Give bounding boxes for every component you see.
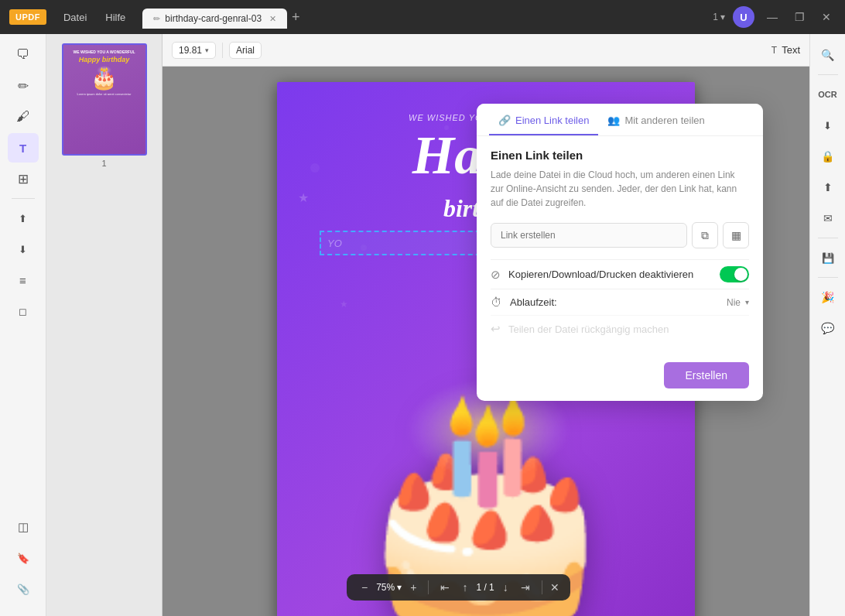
canvas-area[interactable]: ★ ★ ★ ★ WE WISHED YOU A WONDERFUL Happy … [162, 67, 809, 616]
share-description: Lade deine Datei in die Cloud hoch, um a… [491, 168, 749, 210]
ablauf-icon: ⏱ [491, 296, 502, 309]
ablauf-arrow: ▾ [745, 298, 749, 306]
thumb-cake-icon: 🎂 [91, 65, 118, 91]
lock-icon[interactable]: 🔒 [812, 142, 843, 171]
right-divider-2 [818, 238, 838, 238]
sidebar-item-text-edit[interactable]: T [8, 133, 39, 163]
link-input-field[interactable] [491, 223, 687, 248]
copy-disable-label: Kopieren/Download/Drucken deaktivieren [508, 269, 720, 280]
prev-page-button[interactable]: ↑ [458, 579, 471, 596]
minimize-button[interactable]: — [762, 11, 782, 23]
erstellen-button[interactable]: Erstellen [664, 362, 749, 388]
sidebar-item-page[interactable]: ⊞ [8, 164, 39, 193]
right-sidebar: 🔍 OCR ⬇ 🔒 ⬆ ✉ 💾 🎉 💬 [809, 34, 845, 616]
active-tab[interactable]: ✏ birthday-card-genral-03 ✕ [142, 9, 287, 29]
revoke-icon: ↩ [491, 322, 501, 336]
text-icon: T [771, 45, 777, 56]
first-page-button[interactable]: ⇤ [436, 579, 453, 596]
confetti-icon[interactable]: 🎉 [812, 282, 843, 312]
topbar-right: 1 ▾ U — ❐ ✕ [713, 6, 845, 28]
ablauf-value: Nie [727, 297, 741, 308]
right-divider-1 [818, 74, 838, 75]
sidebar-item-arrange[interactable]: ≡ [8, 265, 39, 295]
next-page-button[interactable]: ↓ [499, 579, 512, 596]
thumbnail-panel: WE WISHED YOU A WONDERFUL Happy birthday… [46, 34, 162, 616]
updf-logo[interactable]: UPDF [9, 9, 46, 25]
sidebar-item-edit[interactable]: ✏ [8, 71, 39, 101]
link-tab-label: Einen Link teilen [515, 115, 589, 126]
tab-close-button[interactable]: ✕ [269, 14, 276, 24]
chat-icon[interactable]: 💬 [812, 313, 843, 343]
sidebar-item-comment[interactable]: 🗨 [8, 40, 39, 70]
page-indicator: 1 / 1 [476, 582, 494, 593]
zoom-in-button[interactable]: + [406, 579, 420, 596]
page-current: 1 [476, 582, 481, 593]
share-body: Einen Link teilen Lade deine Datei in di… [477, 136, 763, 354]
new-tab-button[interactable]: + [292, 10, 300, 24]
ablauf-value-area[interactable]: Nie ▾ [727, 297, 749, 308]
link-input-row: ⧉ ▦ [491, 222, 749, 248]
secondary-toolbar: 19.81 ▾ Arial T Text [162, 34, 809, 67]
tab-link-teilen[interactable]: 🔗 Einen Link teilen [489, 104, 598, 135]
others-tab-icon: 👥 [607, 115, 620, 126]
tab-label: birthday-card-genral-03 [165, 13, 262, 24]
copy-disable-icon: ⊘ [491, 268, 501, 282]
sidebar-divider-1 [12, 198, 35, 199]
share-icon[interactable]: ⬆ [812, 173, 843, 202]
topbar-menu: Datei Hilfe [56, 9, 133, 26]
last-page-button[interactable]: ⇥ [517, 579, 534, 596]
font-name-value: Arial [236, 45, 255, 56]
font-size-arrow: ▾ [205, 46, 209, 54]
thumbnail-page-1[interactable]: WE WISHED YOU A WONDERFUL Happy birthday… [62, 43, 147, 168]
sidebar-item-attachment[interactable]: 📎 [8, 574, 39, 604]
bottom-sep-2 [542, 580, 542, 594]
thumbnail-image: WE WISHED YOU A WONDERFUL Happy birthday… [62, 43, 147, 156]
share-footer: Erstellen [477, 354, 763, 401]
ablauf-label: Ablaufzeit: [510, 296, 727, 308]
sidebar-item-brush[interactable]: 🖌 [8, 102, 39, 132]
sidebar-item-stamp[interactable]: ◻ [8, 296, 39, 326]
toggle-knob [734, 268, 748, 281]
font-size-selector[interactable]: 19.81 ▾ [172, 42, 216, 59]
toolbar-sep [222, 43, 223, 58]
sidebar-bottom: ◫ 🔖 📎 [8, 512, 39, 610]
thumb-bottom-text: Lorem ipsum dolor sit amet consectetur [77, 92, 131, 96]
tab-area: ✏ birthday-card-genral-03 ✕ + [142, 7, 299, 27]
menu-datei[interactable]: Datei [56, 9, 94, 26]
main-layout: 🗨 ✏ 🖌 T ⊞ ⬆ ⬇ ≡ ◻ ◫ 🔖 📎 WE WISHED YOU A … [0, 34, 845, 616]
thumbnail-page-num: 1 [101, 159, 106, 168]
tab-doc-icon: ✏ [153, 14, 160, 24]
copy-disable-toggle-area [720, 266, 749, 282]
qr-code-button[interactable]: ▦ [723, 222, 749, 248]
sidebar-item-extract[interactable]: ⬆ [8, 204, 39, 233]
save-icon[interactable]: 💾 [812, 243, 843, 272]
mail-icon[interactable]: ✉ [812, 204, 843, 233]
share-tabs: 🔗 Einen Link teilen 👥 Mit anderen teilen [477, 104, 763, 136]
sidebar-item-layers[interactable]: ◫ [8, 512, 39, 542]
search-icon[interactable]: 🔍 [812, 40, 843, 70]
copy-link-button[interactable]: ⧉ [692, 222, 718, 248]
font-name-selector[interactable]: Arial [229, 42, 262, 59]
others-tab-label: Mit anderen teilen [624, 115, 704, 126]
maximize-button[interactable]: ❐ [790, 11, 809, 23]
right-divider-3 [818, 277, 838, 278]
bottom-close-button[interactable]: ✕ [550, 581, 559, 594]
font-size-value: 19.81 [179, 45, 202, 56]
version-badge[interactable]: 1 ▾ [713, 12, 725, 22]
text-label: Text [782, 44, 800, 56]
avatar[interactable]: U [733, 6, 754, 28]
share-title: Einen Link teilen [491, 149, 749, 162]
left-sidebar: 🗨 ✏ 🖌 T ⊞ ⬆ ⬇ ≡ ◻ ◫ 🔖 📎 [0, 34, 46, 616]
convert-icon[interactable]: ⬇ [812, 111, 843, 140]
zoom-selector[interactable]: 75% ▾ [376, 582, 402, 593]
copy-disable-toggle[interactable] [720, 266, 749, 282]
tab-mit-anderen[interactable]: 👥 Mit anderen teilen [598, 104, 713, 135]
thumb-happy-text: Happy birthday [79, 56, 130, 63]
window-close-button[interactable]: ✕ [817, 11, 836, 23]
text-label-area: T Text [771, 44, 800, 56]
ocr-icon[interactable]: OCR [812, 80, 843, 109]
menu-hilfe[interactable]: Hilfe [98, 9, 133, 26]
sidebar-item-combine[interactable]: ⬇ [8, 234, 39, 264]
sidebar-item-bookmark[interactable]: 🔖 [8, 543, 39, 573]
zoom-out-button[interactable]: − [358, 579, 371, 596]
